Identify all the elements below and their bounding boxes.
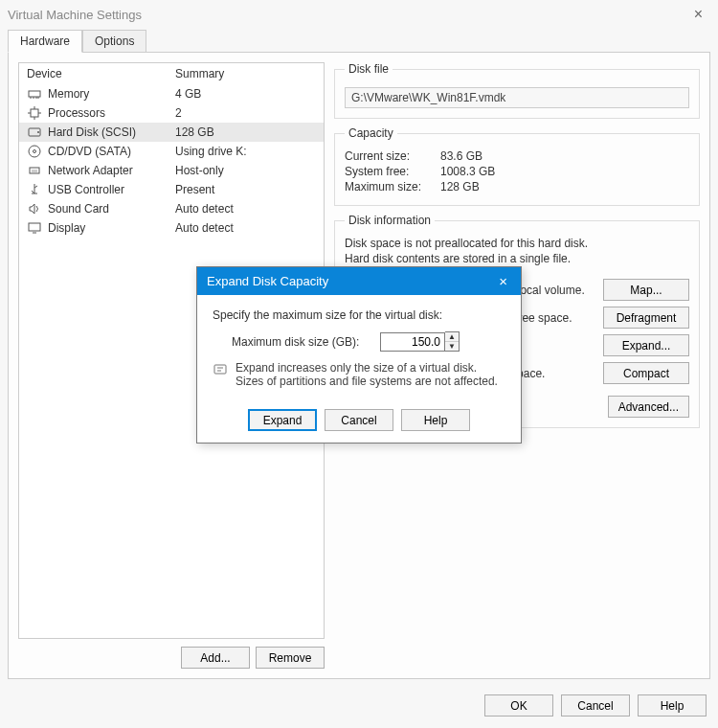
- svg-rect-15: [32, 170, 37, 172]
- device-summary: 4 GB: [175, 87, 316, 101]
- svg-rect-16: [29, 223, 40, 231]
- cancel-button[interactable]: Cancel: [561, 694, 630, 717]
- device-summary: Using drive K:: [175, 145, 316, 158]
- device-name: CD/DVD (SATA): [48, 145, 131, 158]
- modal-help-button[interactable]: Help: [401, 409, 470, 431]
- modal-close-icon[interactable]: ×: [495, 273, 511, 289]
- cpu-icon: [27, 105, 42, 121]
- svg-point-12: [29, 146, 40, 157]
- remove-device-button[interactable]: Remove: [256, 647, 325, 669]
- device-summary: 2: [175, 106, 316, 120]
- add-device-button[interactable]: Add...: [181, 647, 250, 669]
- maximum-size-label: Maximum size:: [345, 180, 440, 193]
- device-row-sound[interactable]: Sound Card Auto detect: [19, 199, 324, 218]
- device-summary: Present: [175, 183, 316, 196]
- device-summary: Auto detect: [175, 221, 316, 235]
- summary-col-header: Summary: [175, 67, 224, 80]
- tab-hardware[interactable]: Hardware: [8, 30, 82, 53]
- svg-rect-0: [29, 91, 40, 97]
- device-name: Sound Card: [48, 202, 109, 216]
- device-row-cddvd[interactable]: CD/DVD (SATA) Using drive K:: [19, 142, 324, 161]
- diskfile-path[interactable]: G:\VMware\WK_Win81F.vmdk: [345, 87, 689, 108]
- advanced-button[interactable]: Advanced...: [608, 396, 689, 418]
- device-name: USB Controller: [48, 183, 124, 196]
- device-summary: Auto detect: [175, 202, 316, 216]
- cd-icon: [27, 144, 42, 159]
- diskinfo-line2: Hard disk contents are stored in a singl…: [345, 252, 689, 265]
- spinner-up-icon[interactable]: ▲: [445, 332, 459, 342]
- device-row-processors[interactable]: Processors 2: [19, 103, 324, 123]
- max-disk-size-label: Maximum disk size (GB):: [232, 335, 380, 349]
- diskinfo-line1: Disk space is not preallocated for this …: [345, 237, 689, 250]
- system-free-value: 1008.3 GB: [440, 165, 495, 178]
- device-name: Hard Disk (SCSI): [48, 125, 136, 139]
- expand-disk-dialog: Expand Disk Capacity × Specify the maxim…: [196, 266, 522, 444]
- device-summary: 128 GB: [175, 125, 316, 139]
- usb-icon: [27, 182, 42, 197]
- net-icon: [27, 163, 42, 178]
- size-spinner[interactable]: ▲ ▼: [445, 331, 460, 352]
- defragment-button[interactable]: Defragment: [603, 307, 689, 329]
- info-icon: [213, 361, 228, 376]
- diskfile-legend: Disk file: [345, 62, 393, 76]
- close-icon[interactable]: ×: [686, 6, 710, 23]
- device-row-network[interactable]: Network Adapter Host-only: [19, 161, 324, 180]
- compact-button[interactable]: Compact: [603, 362, 689, 384]
- maximum-size-value: 128 GB: [440, 180, 480, 193]
- memory-icon: [27, 86, 42, 102]
- titlebar: Virtual Machine Settings ×: [0, 0, 718, 29]
- max-disk-size-input[interactable]: [380, 332, 445, 352]
- modal-expand-button[interactable]: Expand: [248, 409, 317, 431]
- capacity-group: Capacity Current size:83.6 GB System fre…: [334, 126, 700, 206]
- device-name: Display: [48, 221, 85, 235]
- help-button[interactable]: Help: [638, 694, 707, 717]
- display-icon: [27, 220, 42, 236]
- device-row-harddisk[interactable]: Hard Disk (SCSI) 128 GB: [19, 123, 324, 142]
- diskinfo-legend: Disk information: [345, 214, 435, 227]
- device-row-usb[interactable]: USB Controller Present: [19, 180, 324, 199]
- sound-icon: [27, 201, 42, 216]
- svg-point-11: [37, 131, 39, 133]
- ok-button[interactable]: OK: [484, 694, 553, 717]
- current-size-label: Current size:: [345, 149, 440, 163]
- modal-note: Expand increases only the size of a virt…: [236, 361, 505, 388]
- modal-intro: Specify the maximum size for the virtual…: [213, 308, 505, 322]
- device-col-header: Device: [27, 67, 175, 80]
- tab-options[interactable]: Options: [82, 30, 146, 53]
- svg-point-13: [34, 150, 36, 153]
- system-free-label: System free:: [345, 165, 440, 178]
- device-name: Memory: [48, 87, 89, 101]
- device-row-display[interactable]: Display Auto detect: [19, 218, 324, 238]
- hdd-icon: [27, 125, 42, 140]
- modal-cancel-button[interactable]: Cancel: [325, 409, 393, 431]
- map-button[interactable]: Map...: [603, 279, 689, 301]
- device-name: Processors: [48, 106, 105, 120]
- diskfile-group: Disk file G:\VMware\WK_Win81F.vmdk: [334, 62, 700, 119]
- current-size-value: 83.6 GB: [440, 149, 482, 163]
- device-row-memory[interactable]: Memory 4 GB: [19, 84, 324, 103]
- modal-title: Expand Disk Capacity: [207, 274, 328, 288]
- window-title: Virtual Machine Settings: [8, 8, 142, 22]
- tabstrip: Hardware Options: [0, 29, 718, 52]
- modal-titlebar: Expand Disk Capacity ×: [197, 267, 521, 295]
- dialog-buttons: OK Cancel Help: [0, 687, 718, 728]
- expand-button[interactable]: Expand...: [603, 334, 689, 356]
- svg-rect-18: [214, 365, 226, 374]
- svg-rect-5: [31, 109, 38, 117]
- device-name: Network Adapter: [48, 164, 133, 177]
- capacity-legend: Capacity: [345, 126, 397, 140]
- spinner-down-icon[interactable]: ▼: [445, 342, 459, 351]
- device-summary: Host-only: [175, 164, 316, 177]
